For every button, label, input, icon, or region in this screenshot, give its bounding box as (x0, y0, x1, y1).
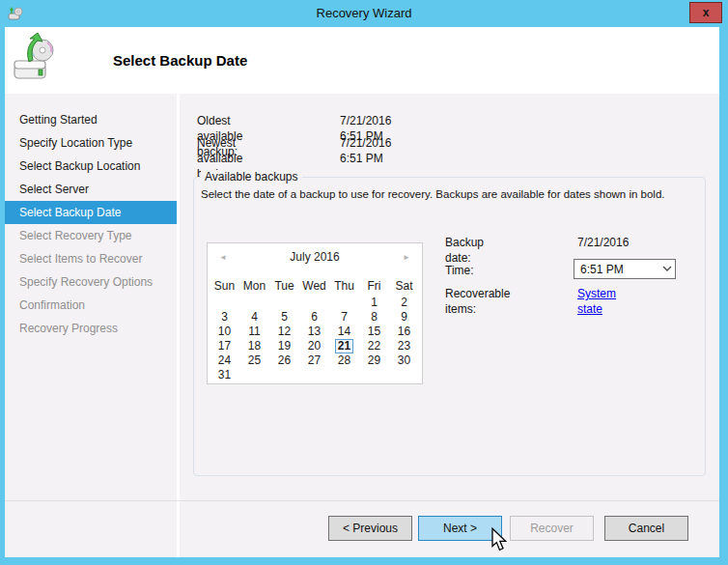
calendar-day[interactable]: 3 (210, 310, 239, 325)
calendar-day (239, 368, 269, 382)
calendar-weekday-row: Sun Mon Tue Wed Thu Fri Sat (210, 278, 419, 294)
weekday-label: Sat (389, 278, 419, 294)
time-label: Time: (445, 263, 474, 278)
calendar-day[interactable]: 22 (359, 339, 389, 353)
sidebar-item-recovery-progress: Recovery Progress (5, 317, 177, 340)
calendar-header: ◄ July 2016 ► (208, 250, 422, 268)
calendar-day[interactable]: 30 (389, 353, 419, 368)
calendar-day (359, 368, 389, 382)
calendar-day[interactable]: 24 (210, 353, 239, 368)
weekday-label: Sun (210, 278, 239, 294)
wizard-body: Getting Started Specify Location Type Se… (5, 94, 719, 557)
title-bar: Recovery Wizard x (0, 0, 728, 27)
backup-date-value: 7/21/2016 (577, 235, 629, 250)
time-dropdown[interactable]: 6:51 PM (574, 259, 676, 279)
calendar-day[interactable]: 29 (359, 353, 389, 368)
backup-date-label: Backup date: (445, 235, 484, 266)
calendar-day[interactable]: 18 (239, 339, 269, 353)
wizard-steps-sidebar: Getting Started Specify Location Type Se… (5, 94, 177, 557)
weekday-label: Fri (359, 278, 389, 294)
weekday-label: Mon (239, 278, 269, 294)
calendar-day[interactable]: 4 (239, 310, 269, 325)
calendar-day[interactable]: 31 (210, 368, 239, 382)
calendar-day[interactable]: 10 (210, 325, 239, 339)
sidebar-item-select-recovery-type: Select Recovery Type (5, 224, 177, 247)
calendar-day-grid: 1 2 3 4 5 6 7 8 9 10 11 12 13 14 (210, 296, 419, 382)
calendar-day (329, 368, 359, 382)
calendar-day[interactable]: 19 (269, 339, 299, 353)
sidebar-item-select-backup-date[interactable]: Select Backup Date (5, 201, 177, 224)
footer-divider (5, 500, 719, 501)
groupbox-description: Select the date of a backup to use for r… (201, 188, 665, 200)
calendar-day (299, 296, 329, 310)
backup-restore-icon (13, 33, 57, 85)
sidebar-item-select-items-to-recover: Select Items to Recover (5, 247, 177, 270)
wizard-header: Select Backup Date (5, 27, 719, 94)
calendar-day (210, 296, 239, 310)
calendar-month-label: July 2016 (208, 250, 422, 264)
calendar-day (389, 368, 419, 382)
time-dropdown-value: 6:51 PM (574, 263, 659, 276)
calendar-day[interactable]: 2 (389, 296, 419, 310)
sidebar-item-confirmation: Confirmation (5, 294, 177, 317)
calendar-day-selected[interactable]: 21 (329, 339, 359, 353)
sidebar-item-select-backup-location[interactable]: Select Backup Location (5, 155, 177, 178)
chevron-down-icon (659, 266, 675, 272)
recoverable-items-label: Recoverable items: (445, 286, 510, 317)
page-title: Select Backup Date (113, 52, 247, 69)
calendar-day[interactable]: 8 (359, 310, 389, 325)
sidebar-item-getting-started[interactable]: Getting Started (5, 108, 177, 131)
recover-button: Recover (510, 516, 594, 541)
next-button[interactable]: Next > (418, 516, 502, 541)
calendar-day (239, 296, 269, 310)
backup-date-calendar[interactable]: ◄ July 2016 ► Sun Mon Tue Wed Thu Fri Sa… (207, 242, 423, 384)
calendar-day[interactable]: 13 (299, 325, 329, 339)
close-button[interactable]: x (689, 2, 722, 23)
calendar-day[interactable]: 26 (269, 353, 299, 368)
calendar-day[interactable]: 17 (210, 339, 239, 353)
newest-backup-value: 7/21/2016 6:51 PM (340, 135, 391, 166)
calendar-day (269, 296, 299, 310)
recovery-wizard-window: Recovery Wizard x Select Backup Date Get… (0, 0, 728, 565)
calendar-day[interactable]: 23 (389, 339, 419, 353)
weekday-label: Thu (329, 278, 359, 294)
calendar-day[interactable]: 27 (299, 353, 329, 368)
calendar-day[interactable]: 28 (329, 353, 359, 368)
window-title: Recovery Wizard (0, 6, 728, 20)
sidebar-item-select-server[interactable]: Select Server (5, 178, 177, 201)
sidebar-item-specify-recovery-options: Specify Recovery Options (5, 270, 177, 294)
calendar-day[interactable]: 14 (329, 325, 359, 339)
calendar-day[interactable]: 6 (299, 310, 329, 325)
calendar-day[interactable]: 25 (239, 353, 269, 368)
available-backups-groupbox: Available backups Select the date of a b… (193, 177, 706, 476)
previous-button[interactable]: < Previous (328, 516, 412, 541)
calendar-day (299, 368, 329, 382)
calendar-day (269, 368, 299, 382)
calendar-day[interactable]: 15 (359, 325, 389, 339)
groupbox-legend: Available backups (201, 170, 302, 184)
weekday-label: Tue (269, 278, 299, 294)
calendar-day[interactable]: 16 (389, 325, 419, 339)
calendar-day[interactable]: 12 (269, 325, 299, 339)
calendar-day[interactable]: 1 (359, 296, 389, 310)
cancel-button[interactable]: Cancel (604, 516, 688, 541)
calendar-day (329, 296, 359, 310)
main-content: Oldest available backup: 7/21/2016 6:51 … (180, 94, 719, 557)
sidebar-item-specify-location-type[interactable]: Specify Location Type (5, 131, 177, 155)
calendar-day[interactable]: 5 (269, 310, 299, 325)
calendar-day[interactable]: 9 (389, 310, 419, 325)
close-icon: x (703, 6, 710, 19)
calendar-day[interactable]: 11 (239, 325, 269, 339)
weekday-label: Wed (299, 278, 329, 294)
calendar-day[interactable]: 20 (299, 339, 329, 353)
calendar-next-icon[interactable]: ► (403, 253, 410, 262)
calendar-day[interactable]: 7 (329, 310, 359, 325)
system-state-link[interactable]: System state (577, 286, 616, 317)
